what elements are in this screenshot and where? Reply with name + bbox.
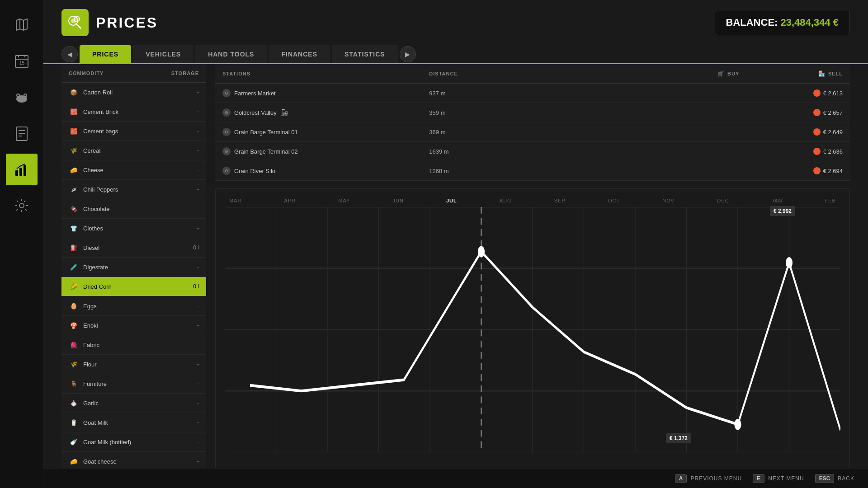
- buy-col-header: 🛒 BUY: [636, 70, 740, 77]
- key-prev-menu: A PREVIOUS MENU: [675, 474, 742, 483]
- commodity-value: -: [197, 342, 199, 348]
- key-esc-badge: ESC: [815, 474, 835, 483]
- svg-point-39: [478, 246, 485, 257]
- commodity-name: Goat cheese: [83, 458, 193, 465]
- commodity-row[interactable]: 🌽 Dried Corn 0 l: [61, 277, 206, 296]
- commodity-row[interactable]: 🧀 Cheese -: [61, 160, 206, 180]
- tab-hand-tools[interactable]: HAND TOOLS: [195, 45, 267, 63]
- commodity-icon: 🧪: [69, 262, 79, 272]
- sidebar-item-notes[interactable]: [6, 117, 38, 149]
- commodity-row[interactable]: 🥛 Goat Milk -: [61, 413, 206, 432]
- commodity-row[interactable]: 🧱 Cement bags -: [61, 122, 206, 141]
- sell-indicator: [813, 148, 821, 155]
- station-name: ⊙ Grain River Silo: [222, 167, 429, 175]
- station-icon: ⊙: [222, 167, 231, 175]
- commodity-value: -: [197, 167, 199, 173]
- header: PRICES BALANCE: 23,484,344 €: [43, 0, 868, 45]
- commodity-list: 📦 Carton Roll - 🧱 Cement Brick - 🧱 Cemen…: [61, 83, 206, 471]
- svg-rect-18: [24, 165, 26, 176]
- station-distance: 359 m: [429, 109, 533, 116]
- chart-area: MAR APR MAY JUN JUL AUG SEP OCT NOV DEC …: [215, 188, 850, 471]
- svg-point-41: [734, 419, 741, 430]
- commodity-icon: 🥚: [69, 301, 79, 311]
- station-distance: 369 m: [429, 129, 533, 136]
- sidebar-item-prices[interactable]: [6, 154, 38, 185]
- commodity-row[interactable]: 🌾 Cereal -: [61, 141, 206, 160]
- nav-prev-button[interactable]: ◀: [61, 46, 78, 62]
- sidebar-item-map[interactable]: [6, 9, 38, 41]
- commodity-row[interactable]: 🍼 Goat Milk (bottled) -: [61, 432, 206, 452]
- commodity-value: -: [197, 439, 199, 445]
- commodity-name: Clothes: [83, 225, 193, 232]
- station-row[interactable]: ⊙ Grain Barge Terminal 01 369 m € 2,649: [215, 122, 850, 142]
- sell-indicator: [813, 89, 821, 97]
- svg-point-11: [24, 94, 26, 96]
- right-panel: STATIONS DISTANCE 🛒 BUY 🏪 SELL: [215, 64, 850, 471]
- station-icon: ⊙: [222, 89, 231, 97]
- station-row[interactable]: ⊙ Farmers Market 937 m € 2,613: [215, 84, 850, 103]
- balance-label: BALANCE:: [726, 17, 778, 28]
- commodity-icon: 🌾: [69, 359, 79, 369]
- commodity-row[interactable]: 🌶 Chili Peppers -: [61, 180, 206, 199]
- station-icon: ⊙: [222, 108, 231, 117]
- commodity-name: Cement bags: [83, 128, 193, 135]
- tab-finances[interactable]: FINANCES: [269, 45, 330, 63]
- commodity-row[interactable]: 🥚 Eggs -: [61, 296, 206, 316]
- sidebar-item-animals[interactable]: [6, 81, 38, 113]
- commodity-value: -: [197, 89, 199, 95]
- main-content: PRICES BALANCE: 23,484,344 € ◀ PRICES VE…: [43, 0, 868, 488]
- station-row[interactable]: ⊙ Grain River Silo 1268 m € 2,694: [215, 161, 850, 181]
- station-row[interactable]: ⊙ Goldcrest Valley 🚂 359 m € 2,657: [215, 103, 850, 122]
- commodity-row[interactable]: 🪑 Furniture -: [61, 374, 206, 394]
- price-label-low: € 1,372: [666, 433, 691, 443]
- commodity-icon: 🧀: [69, 456, 79, 466]
- commodity-icon: 🥛: [69, 418, 79, 427]
- balance-display: BALANCE: 23,484,344 €: [715, 10, 850, 35]
- content-area: COMMODITY STORAGE 📦 Carton Roll - 🧱 Ceme…: [43, 64, 868, 471]
- station-distance: 1268 m: [429, 168, 533, 174]
- station-name: ⊙ Grain Barge Terminal 01: [222, 128, 429, 136]
- commodity-name: Digestate: [83, 264, 193, 271]
- station-row[interactable]: ⊙ Grain Barge Terminal 02 1639 m € 2,636: [215, 142, 850, 161]
- sell-indicator: [813, 167, 821, 174]
- tab-vehicles[interactable]: VEHICLES: [133, 45, 193, 63]
- commodity-value: -: [197, 303, 199, 309]
- header-left: PRICES: [61, 9, 158, 36]
- commodity-row[interactable]: 🧄 Garlic -: [61, 394, 206, 413]
- commodity-value: -: [197, 419, 199, 426]
- commodity-row[interactable]: 🧶 Fabric -: [61, 335, 206, 355]
- commodity-row[interactable]: 🌾 Flour -: [61, 355, 206, 374]
- balance-amount: 23,484,344 €: [781, 17, 839, 28]
- station-distance: 1639 m: [429, 148, 533, 155]
- svg-point-22: [74, 16, 80, 22]
- price-chart: [225, 207, 840, 452]
- commodity-name: Fabric: [83, 342, 193, 348]
- commodity-panel: COMMODITY STORAGE 📦 Carton Roll - 🧱 Ceme…: [61, 64, 206, 471]
- commodity-row[interactable]: 🍄 Enoki -: [61, 316, 206, 335]
- commodity-icon: ⛽: [69, 243, 79, 253]
- prices-icon: [61, 9, 89, 36]
- sidebar-item-calendar[interactable]: 15: [6, 45, 38, 77]
- nav-next-button[interactable]: ▶: [400, 46, 416, 62]
- station-icon: ⊙: [222, 128, 231, 136]
- key-next-label: NEXT MENU: [768, 475, 804, 482]
- tab-prices[interactable]: PRICES: [80, 45, 131, 63]
- tab-statistics[interactable]: STATISTICS: [332, 45, 398, 63]
- svg-point-10: [17, 94, 19, 96]
- sell-col-header: 🏪 SELL: [739, 70, 843, 77]
- commodity-icon: 🍫: [69, 204, 79, 214]
- commodity-name: Furniture: [83, 380, 193, 387]
- commodity-row[interactable]: ⛽ Diesel 0 l: [61, 238, 206, 258]
- commodity-row[interactable]: 👕 Clothes -: [61, 219, 206, 238]
- commodity-value: -: [197, 225, 199, 231]
- commodity-row[interactable]: 📦 Carton Roll -: [61, 83, 206, 102]
- station-sell: € 2,657: [739, 109, 843, 116]
- commodity-row[interactable]: 🧪 Digestate -: [61, 258, 206, 277]
- commodity-value: -: [197, 108, 199, 115]
- commodity-row[interactable]: 🧱 Cement Brick -: [61, 102, 206, 122]
- sidebar-item-settings[interactable]: [6, 190, 38, 221]
- commodity-row[interactable]: 🍫 Chocolate -: [61, 199, 206, 219]
- commodity-name: Goat Milk (bottled): [83, 439, 193, 446]
- commodity-icon: 🧄: [69, 398, 79, 408]
- commodity-name: Cereal: [83, 147, 193, 154]
